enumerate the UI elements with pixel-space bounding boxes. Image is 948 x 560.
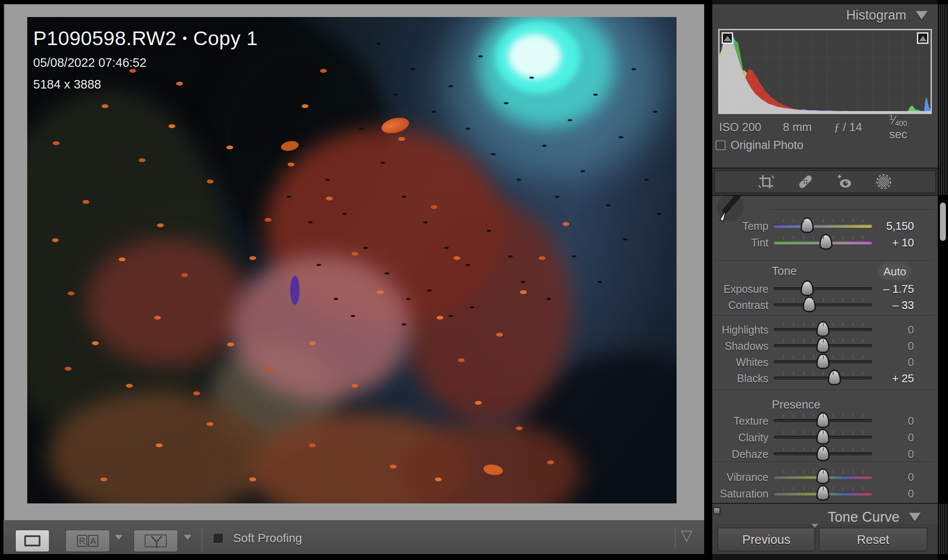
toolbar-options-icon[interactable]: ▽ bbox=[681, 526, 693, 544]
texture-slider[interactable] bbox=[774, 419, 872, 423]
slider-whites: Whites0 bbox=[712, 354, 938, 370]
slider-label: Highlights bbox=[712, 324, 768, 336]
highlights-slider[interactable] bbox=[774, 328, 872, 331]
photo-preview[interactable]: P1090598.RW2•Copy 1 05/08/2022 07:46:52 … bbox=[27, 17, 677, 503]
histogram-grid bbox=[720, 30, 931, 113]
slider-clarity: Clarity0 bbox=[712, 429, 938, 446]
survey-view-dropdown-icon[interactable] bbox=[184, 535, 191, 540]
tone-divider bbox=[714, 260, 934, 262]
compare-active-icon: A bbox=[88, 535, 98, 547]
slider-exposure: Exposure– 1.75 bbox=[712, 281, 938, 297]
temp-value: 5,150 bbox=[872, 220, 938, 233]
dehaze-slider[interactable] bbox=[774, 452, 872, 456]
slider-vibrance: Vibrance0 bbox=[712, 469, 938, 485]
whites-value: 0 bbox=[872, 356, 938, 369]
presence-section-header: Presence bbox=[712, 397, 938, 413]
wb-label: WB: bbox=[771, 196, 793, 197]
compare-view-dropdown-icon[interactable] bbox=[115, 535, 123, 540]
heal-icon bbox=[797, 173, 814, 190]
exif-readout: ISO 200 8 mm ƒ / 14 1⁄400 sec bbox=[719, 117, 926, 137]
tone-curve-panel-header[interactable]: Tone Curve bbox=[712, 504, 938, 524]
contrast-value: – 33 bbox=[872, 299, 938, 312]
crop-icon bbox=[758, 173, 775, 190]
tool-strip-inner bbox=[714, 170, 936, 193]
tint-slider-thumb[interactable] bbox=[819, 234, 832, 250]
survey-view-button[interactable] bbox=[134, 530, 178, 552]
contrast-slider[interactable] bbox=[774, 303, 872, 307]
tone-curve-panel-toggle[interactable] bbox=[713, 507, 720, 514]
loupe-view-button[interactable] bbox=[15, 530, 49, 552]
crop-tool-button[interactable] bbox=[757, 172, 776, 191]
dehaze-value: 0 bbox=[872, 448, 938, 461]
vibrance-slider[interactable] bbox=[774, 475, 872, 479]
shadows-value: 0 bbox=[872, 340, 938, 353]
shadow-clipping-icon bbox=[724, 36, 731, 41]
slider-dehaze: Dehaze0 bbox=[712, 446, 938, 462]
bottom-toolbar: R A Soft Proofing ▽ bbox=[3, 520, 704, 554]
original-photo-label: Original Photo bbox=[731, 139, 803, 152]
shutter-speed-value: 1⁄400 sec bbox=[885, 114, 926, 141]
saturation-slider[interactable] bbox=[774, 492, 872, 495]
slider-blacks: Blacks+ 25 bbox=[712, 370, 938, 386]
whites-slider[interactable] bbox=[774, 360, 872, 364]
tone-curve-collapse-icon[interactable] bbox=[909, 513, 921, 521]
blacks-slider-thumb[interactable] bbox=[828, 370, 841, 386]
survey-view-icon bbox=[145, 534, 167, 547]
photo-coral-branch bbox=[402, 200, 572, 421]
temp-slider-thumb[interactable] bbox=[800, 217, 814, 233]
tint-slider[interactable] bbox=[774, 241, 872, 244]
slider-shadows: Shadows0 bbox=[712, 338, 938, 354]
toolbar-divider bbox=[202, 527, 203, 551]
slider-label: Shadows bbox=[712, 340, 768, 352]
photo-filename-line: P1090598.RW2•Copy 1 bbox=[33, 26, 258, 50]
tone-curve-title: Tone Curve bbox=[828, 509, 899, 524]
clarity-slider[interactable] bbox=[774, 436, 872, 439]
temp-slider[interactable] bbox=[774, 224, 872, 228]
soft-proofing-checkbox[interactable] bbox=[213, 533, 224, 544]
masking-tool-button[interactable] bbox=[874, 172, 893, 191]
right-edge-grip-bottom bbox=[938, 504, 948, 554]
highlights-value: 0 bbox=[872, 323, 938, 337]
right-panel: Histogram bbox=[712, 0, 938, 560]
highlight-clipping-indicator[interactable] bbox=[917, 32, 928, 44]
blacks-slider[interactable] bbox=[774, 377, 872, 380]
panel-resize-handle-icon bbox=[811, 524, 818, 528]
photo-pink-coral bbox=[231, 255, 410, 400]
red-eye-icon bbox=[836, 173, 853, 190]
toolbar-divider-right bbox=[675, 527, 676, 549]
clarity-value: 0 bbox=[872, 431, 938, 444]
basic-panel: WB: As Shot Temp5,150 Tint+ 10 Tone Auto bbox=[712, 196, 938, 503]
original-photo-control: Original Photo bbox=[716, 139, 803, 152]
panel-scrollbar[interactable] bbox=[940, 203, 946, 241]
exposure-slider-thumb[interactable] bbox=[800, 280, 814, 296]
panel-button-bar: Previous Reset bbox=[712, 524, 938, 554]
previous-button[interactable]: Previous bbox=[717, 528, 815, 551]
histogram-collapse-icon[interactable] bbox=[916, 11, 928, 20]
compare-view-button[interactable]: R A bbox=[66, 530, 110, 552]
presence-header-label: Presence bbox=[772, 398, 820, 411]
aperture-value: ƒ / 14 bbox=[834, 121, 885, 134]
original-photo-checkbox[interactable] bbox=[716, 140, 725, 150]
red-eye-tool-button[interactable] bbox=[835, 172, 854, 191]
exposure-slider[interactable] bbox=[774, 287, 872, 291]
compare-reference-icon: R bbox=[77, 535, 87, 547]
heal-tool-button[interactable] bbox=[796, 172, 815, 191]
photo-copy-name: Copy 1 bbox=[193, 27, 258, 49]
histogram-header[interactable]: Histogram bbox=[846, 8, 928, 23]
slider-contrast: Contrast– 33 bbox=[712, 297, 938, 313]
slider-texture: Texture0 bbox=[712, 413, 938, 429]
photo-dimensions: 5184 x 3888 bbox=[33, 75, 258, 93]
shadows-slider[interactable] bbox=[774, 344, 872, 348]
shadow-clipping-indicator[interactable] bbox=[722, 32, 733, 44]
reset-button[interactable]: Reset bbox=[819, 528, 928, 551]
histogram-display[interactable] bbox=[718, 29, 932, 114]
slider-label: Texture bbox=[712, 415, 768, 427]
slider-label: Blacks bbox=[712, 372, 768, 385]
iso-value: ISO 200 bbox=[719, 121, 783, 134]
auto-tone-button[interactable]: Auto bbox=[879, 264, 911, 279]
presence-divider bbox=[714, 390, 934, 391]
hswb-divider bbox=[714, 315, 934, 317]
highlight-clipping-icon bbox=[919, 36, 927, 41]
tool-strip bbox=[712, 169, 938, 195]
white-balance-row-clipped[interactable]: WB: As Shot bbox=[712, 196, 938, 200]
